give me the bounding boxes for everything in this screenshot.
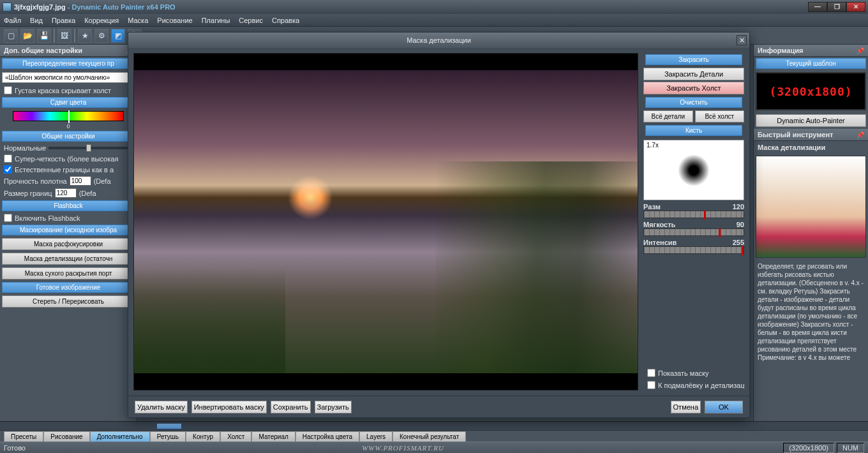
status-ready: Готово bbox=[4, 444, 26, 452]
quick-tool-header: Быстрый инструмент📌 bbox=[754, 129, 868, 141]
show-mask-check[interactable]: Показать маску bbox=[643, 368, 744, 378]
tab-material[interactable]: Материал bbox=[251, 431, 295, 442]
tool-title: Маска детализации bbox=[754, 141, 868, 154]
tab-canvas[interactable]: Холст bbox=[220, 431, 251, 442]
menu-service[interactable]: Сервис bbox=[239, 17, 263, 24]
masking-header: Маскирование (исходное изобра bbox=[2, 225, 135, 235]
general-header: Общие настройки bbox=[2, 131, 135, 142]
menu-view[interactable]: Вид bbox=[30, 17, 43, 24]
tab-retouch[interactable]: Ретушь bbox=[150, 431, 186, 442]
info-text: Определяет, где рисовать или избегать ри… bbox=[754, 260, 868, 421]
status-num: NUM bbox=[837, 443, 864, 453]
brush-size-label: 1.7x bbox=[647, 142, 659, 149]
right-panel: Информация📌 Текущий шаблон (3200x1800) D… bbox=[753, 45, 868, 421]
menu-file[interactable]: Файл bbox=[4, 17, 21, 24]
status-site: WWW.PROFISMART.RU bbox=[26, 444, 781, 452]
normal-slider[interactable] bbox=[49, 147, 133, 149]
strength-label: Прочность полотна bbox=[4, 177, 67, 185]
to-underpaint-check[interactable]: К подмалёвку и детализации bbox=[643, 380, 744, 390]
erase-button[interactable]: Стереть / Перерисовать bbox=[2, 295, 135, 308]
open-icon[interactable]: 📂 bbox=[20, 29, 34, 43]
mask-detail-button[interactable]: Маска детализации (остаточн bbox=[2, 253, 135, 265]
tab-contour[interactable]: Контур bbox=[186, 431, 220, 442]
scroll-thumb[interactable] bbox=[156, 423, 182, 429]
soft-slider[interactable] bbox=[643, 228, 744, 236]
override-header: Переопределение текущего пр bbox=[2, 58, 135, 69]
status-bar: Готово WWW.PROFISMART.RU (3200x1800) NUM bbox=[0, 442, 868, 453]
intens-value: 255 bbox=[733, 239, 744, 246]
panel-title: Доп. общие настройки📌 bbox=[0, 45, 137, 57]
color-value: 0 bbox=[0, 123, 137, 130]
left-panel: Доп. общие настройки📌 Переопределение те… bbox=[0, 45, 137, 421]
image-icon[interactable]: 🖼 bbox=[57, 29, 71, 43]
new-icon[interactable]: ▢ bbox=[4, 29, 18, 43]
all-canvas-button[interactable]: Всё холст bbox=[695, 110, 745, 123]
dialog-footer: Удалить маску Инвертировать маску Сохран… bbox=[128, 396, 749, 417]
tab-color[interactable]: Настройка цвета bbox=[296, 431, 359, 442]
tab-presets[interactable]: Пресеты bbox=[4, 431, 43, 442]
minimize-button[interactable]: — bbox=[808, 2, 827, 12]
menu-plugins[interactable]: Плагины bbox=[202, 17, 230, 24]
menu-correction[interactable]: Коррекция bbox=[84, 17, 119, 24]
h-scrollbar[interactable] bbox=[0, 421, 868, 430]
template-header: Текущий шаблон bbox=[756, 58, 866, 69]
template-dropdown[interactable]: «Шаблон живописи по умолчанию» bbox=[2, 72, 135, 83]
menu-bar: Файл Вид Правка Коррекция Маска Рисовани… bbox=[0, 14, 868, 27]
strength-input[interactable] bbox=[70, 176, 91, 186]
mask-defocus-button[interactable]: Маска расфокусировки bbox=[2, 238, 135, 250]
soft-label: Мягкость bbox=[643, 221, 675, 228]
mask-dry-button[interactable]: Маска сухого раскрытия порт bbox=[2, 267, 135, 279]
all-detail-button[interactable]: Всё детали bbox=[643, 110, 693, 123]
brush-header: Кисть bbox=[645, 125, 742, 136]
mask-icon[interactable]: ◩ bbox=[111, 29, 125, 43]
dialog-close-button[interactable]: ✕ bbox=[737, 35, 747, 45]
close-button[interactable]: ✕ bbox=[846, 2, 865, 12]
ok-button[interactable]: OK bbox=[705, 401, 743, 413]
menu-mask[interactable]: Маска bbox=[128, 17, 148, 24]
invert-mask-button[interactable]: Инвертировать маску bbox=[191, 401, 267, 413]
app-icon bbox=[3, 3, 11, 11]
tab-paint[interactable]: Рисование bbox=[43, 431, 89, 442]
delete-mask-button[interactable]: Удалить маску bbox=[135, 401, 188, 413]
menu-paint[interactable]: Рисование bbox=[157, 17, 192, 24]
natural-check[interactable]: Естественные границы как в а bbox=[0, 164, 137, 175]
color-slider[interactable] bbox=[13, 111, 124, 121]
photo-preview bbox=[134, 70, 638, 373]
load-button[interactable]: Загрузить bbox=[315, 401, 352, 413]
app-button[interactable]: Dynamic Auto-Painter bbox=[756, 114, 866, 127]
save-button[interactable]: Сохранить bbox=[271, 401, 311, 413]
pin-icon[interactable]: 📌 bbox=[857, 47, 864, 54]
dialog-title[interactable]: Маска детализации ✕ bbox=[128, 33, 749, 48]
intens-slider[interactable] bbox=[643, 246, 744, 254]
size-value: 120 bbox=[733, 203, 744, 211]
star-icon[interactable]: ★ bbox=[78, 29, 92, 43]
paint-canvas-button[interactable]: Закрасить Холст bbox=[643, 82, 744, 94]
flashback-check[interactable]: Включить Flashback bbox=[0, 212, 137, 223]
title-bar: 3jfxgjxfgjg7.jpg - Dynamic Auto Painter … bbox=[0, 0, 868, 14]
canvas-area[interactable] bbox=[133, 53, 638, 390]
bottom-tabs: Пресеты Рисование Дополнительно Ретушь К… bbox=[0, 430, 868, 442]
settings-icon[interactable]: ⚙ bbox=[94, 29, 108, 43]
paint-header: Закрасить bbox=[645, 54, 742, 65]
maximize-button[interactable]: ❐ bbox=[827, 2, 846, 12]
super-clear-check[interactable]: Супер-четкость (более высокая bbox=[0, 153, 137, 164]
thick-paint-check[interactable]: Густая краска скрывает холст bbox=[0, 85, 137, 96]
size-slider[interactable] bbox=[643, 211, 744, 218]
pin-icon[interactable]: 📌 bbox=[857, 131, 864, 138]
preview-image bbox=[756, 156, 866, 258]
menu-help[interactable]: Справка bbox=[272, 17, 299, 24]
brush-preview: 1.7x bbox=[643, 140, 744, 200]
tab-final[interactable]: Конечный результат bbox=[393, 431, 466, 442]
tab-extra[interactable]: Дополнительно bbox=[90, 431, 150, 442]
paint-detail-button[interactable]: Закрасить Детали bbox=[643, 68, 744, 80]
save-icon[interactable]: 💾 bbox=[37, 29, 51, 43]
tab-layers[interactable]: Layers bbox=[359, 431, 393, 442]
intens-label: Интенсив bbox=[643, 239, 677, 246]
app-name: Dynamic Auto Painter x64 PRO bbox=[71, 3, 175, 11]
soft-value: 90 bbox=[737, 221, 744, 228]
template-dimensions: (3200x1800) bbox=[756, 72, 866, 110]
border-input[interactable] bbox=[55, 188, 77, 198]
cancel-button[interactable]: Отмена bbox=[671, 401, 701, 413]
menu-edit[interactable]: Правка bbox=[52, 17, 75, 24]
final-header: Готовое изображение bbox=[2, 282, 135, 293]
